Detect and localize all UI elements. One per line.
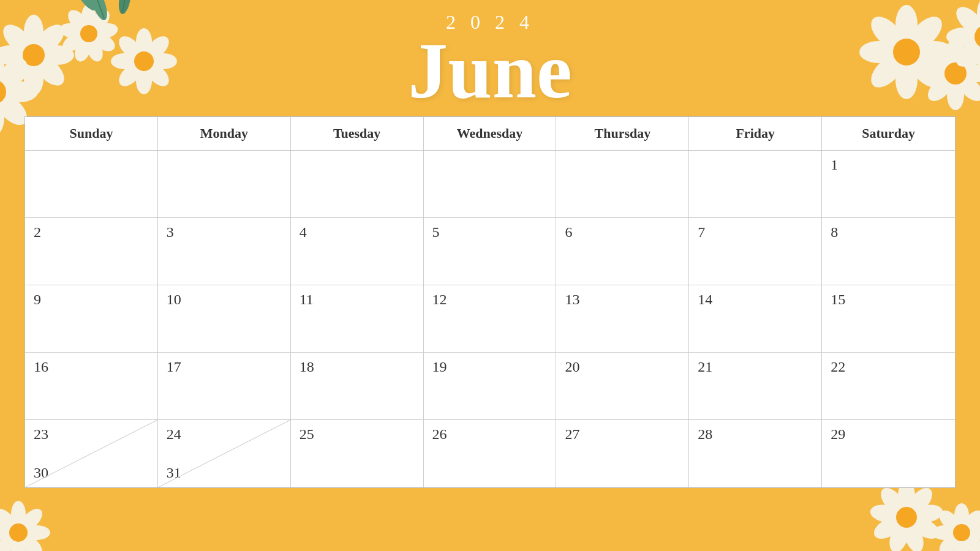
- svg-point-82: [967, 525, 980, 540]
- day-number: 13: [565, 291, 579, 307]
- calendar-cell-empty: [291, 151, 424, 217]
- calendar-header-row: Sunday Monday Tuesday Wednesday Thursday…: [25, 117, 955, 151]
- calendar-cell-6: 6: [556, 218, 689, 285]
- svg-point-86: [932, 525, 957, 540]
- svg-point-73: [908, 513, 943, 543]
- day-number: 23: [34, 426, 48, 443]
- svg-point-87: [936, 507, 963, 534]
- calendar-header: 2 0 2 4 June: [0, 0, 980, 116]
- day-number: 28: [698, 426, 712, 442]
- day-number: 12: [432, 291, 447, 307]
- calendar-cell-24-31: 24 31: [158, 420, 291, 487]
- svg-point-91: [23, 525, 50, 540]
- svg-point-78: [876, 484, 910, 518]
- day-number: 3: [167, 224, 174, 240]
- calendar-cell-14: 14: [689, 285, 822, 352]
- calendar-cell-16: 16: [25, 353, 158, 419]
- day-number: 27: [565, 426, 579, 442]
- calendar-week-5: 23 30 24 31 25 26 27 28 29: [25, 420, 955, 487]
- day-number: 25: [300, 426, 314, 442]
- day-number: 5: [432, 224, 440, 240]
- calendar-cell-empty: [424, 151, 557, 217]
- svg-point-72: [911, 503, 944, 525]
- svg-point-88: [953, 524, 970, 541]
- day-number: 6: [565, 224, 572, 240]
- calendar-cell-27: 27: [556, 420, 689, 487]
- calendar-cell-26: 26: [424, 420, 557, 487]
- day-number: 14: [698, 291, 712, 307]
- calendar-cell-17: 17: [158, 353, 291, 419]
- calendar-cell-12: 12: [424, 285, 557, 352]
- calendar-cell-29: 29: [822, 420, 955, 487]
- calendar-cell-25: 25: [291, 420, 424, 487]
- day-number: 18: [300, 359, 314, 375]
- day-number: 15: [831, 291, 845, 307]
- day-number: 1: [831, 157, 838, 173]
- calendar-week-2: 2 3 4 5 6 7 8: [25, 218, 955, 285]
- calendar-cell-4: 4: [291, 218, 424, 285]
- svg-point-80: [954, 503, 969, 528]
- calendar-cell-18: 18: [291, 353, 424, 419]
- calendar-cell-23-30: 23 30: [25, 420, 158, 487]
- day-number: 22: [831, 359, 845, 375]
- calendar-cell-1: 1: [822, 151, 955, 217]
- day-header-thursday: Thursday: [556, 117, 689, 150]
- day-number: 20: [565, 359, 579, 375]
- calendar-cell-empty: [556, 151, 689, 217]
- day-number: 4: [300, 224, 307, 240]
- calendar-cell-3: 3: [158, 218, 291, 285]
- day-header-friday: Friday: [689, 117, 822, 150]
- day-number: 31: [167, 465, 181, 481]
- svg-point-71: [904, 484, 937, 518]
- day-number: 24: [167, 426, 181, 443]
- svg-point-75: [886, 520, 912, 551]
- calendar-cell-21: 21: [689, 353, 822, 419]
- day-number: 11: [300, 291, 314, 307]
- calendar-cell-empty: [158, 151, 291, 217]
- calendar-cell-15: 15: [822, 285, 955, 352]
- svg-point-74: [900, 520, 927, 551]
- calendar-cell-19: 19: [424, 353, 557, 419]
- day-header-sunday: Sunday: [25, 117, 158, 150]
- day-number: 17: [167, 359, 181, 375]
- day-header-monday: Monday: [158, 117, 291, 150]
- day-number: 2: [34, 224, 41, 240]
- day-number: 8: [831, 224, 838, 240]
- day-number: 7: [698, 224, 705, 240]
- calendar-cell-9: 9: [25, 285, 158, 352]
- day-number: 19: [432, 359, 447, 375]
- day-number: 16: [34, 359, 48, 375]
- svg-point-93: [11, 538, 26, 551]
- svg-point-89: [11, 501, 26, 528]
- svg-point-94: [0, 531, 20, 551]
- day-number: 29: [831, 426, 845, 442]
- day-number: 21: [698, 359, 712, 375]
- calendar-cell-28: 28: [689, 420, 822, 487]
- day-number: 30: [34, 465, 48, 481]
- calendar-cell-2: 2: [25, 218, 158, 285]
- day-header-tuesday: Tuesday: [291, 117, 424, 150]
- calendar-cell-20: 20: [556, 353, 689, 419]
- day-number: 26: [432, 426, 447, 442]
- calendar-cell-5: 5: [424, 218, 557, 285]
- calendar-cell-empty: [689, 151, 822, 217]
- svg-point-96: [0, 505, 20, 534]
- day-header-saturday: Saturday: [822, 117, 955, 150]
- calendar-grid: Sunday Monday Tuesday Wednesday Thursday…: [24, 116, 956, 488]
- calendar-cell-22: 22: [822, 353, 955, 419]
- svg-point-95: [0, 525, 13, 540]
- day-header-wednesday: Wednesday: [424, 117, 557, 150]
- svg-point-76: [870, 513, 905, 543]
- svg-point-90: [17, 505, 46, 534]
- calendar-cell-empty: [25, 151, 158, 217]
- calendar-cell-13: 13: [556, 285, 689, 352]
- svg-point-85: [936, 531, 963, 551]
- calendar-week-4: 16 17 18 19 20 21 22: [25, 353, 955, 420]
- calendar-body: 1 2 3 4 5 6 7 8 9 10 11 12 13 14 15 16 1…: [25, 151, 955, 487]
- svg-point-81: [960, 507, 980, 534]
- svg-point-84: [954, 538, 969, 551]
- day-number: 10: [167, 291, 181, 307]
- svg-point-92: [17, 531, 46, 551]
- month-label: June: [0, 31, 980, 110]
- calendar-week-1: 1: [25, 151, 955, 218]
